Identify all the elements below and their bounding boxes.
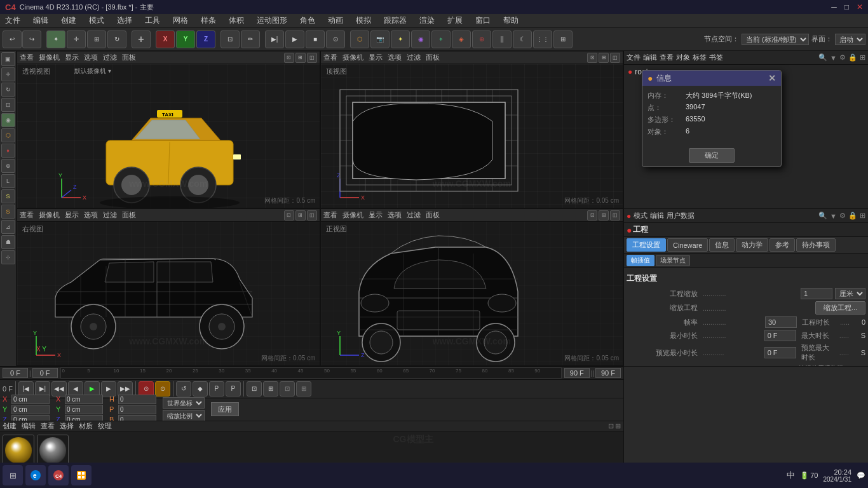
taskbar-edge[interactable]: e	[25, 465, 46, 485]
minimize-btn[interactable]: ─	[831, 3, 837, 11]
vp-br-icon2[interactable]: ⊞	[599, 210, 609, 220]
vp-tl-camera[interactable]: 摄像机	[39, 53, 60, 62]
vp-tl-icon2[interactable]: ⊞	[295, 53, 306, 63]
menu-create[interactable]: 创建	[58, 15, 79, 26]
vp-br-icon1[interactable]: ⊡	[587, 210, 597, 220]
anim-misc1[interactable]: ⊡	[247, 381, 262, 396]
left-icon-9[interactable]: L	[1, 174, 15, 188]
vp-bl-panel[interactable]: 面板	[122, 210, 136, 220]
camera-btn[interactable]: 📷	[370, 30, 390, 48]
menu-render[interactable]: 渲染	[417, 15, 437, 26]
vp-tr-options[interactable]: 选项	[388, 53, 402, 62]
undo-btn[interactable]: ↩	[3, 30, 22, 48]
vp-tr-icon2[interactable]: ⊞	[599, 53, 609, 63]
right-object[interactable]: 对象	[676, 53, 690, 62]
prop-mintime-input[interactable]	[764, 330, 796, 341]
timeline-start-input[interactable]	[32, 368, 58, 378]
menu-mode[interactable]: 模式	[86, 15, 107, 26]
anim-misc3[interactable]: ⊡	[280, 381, 295, 396]
timeline-frame-input[interactable]	[3, 368, 28, 378]
interface-select[interactable]: 启动	[835, 34, 865, 45]
menu-simulate[interactable]: 模拟	[353, 15, 374, 26]
vp-br-camera[interactable]: 摄像机	[342, 210, 363, 220]
left-icon-11[interactable]: S	[1, 205, 15, 219]
menu-tracker[interactable]: 跟踪器	[381, 15, 409, 26]
axis-y-btn[interactable]: Y	[176, 30, 195, 48]
vp-bl-icon2[interactable]: ⊞	[295, 210, 306, 220]
vp-tr-icon3[interactable]: ◫	[610, 53, 620, 63]
prop-scale-unit[interactable]: 厘米	[835, 288, 865, 299]
right-edit[interactable]: 编辑	[643, 53, 657, 62]
mode-label[interactable]: 模式	[634, 211, 648, 220]
grid-btn[interactable]: ⋮⋮	[533, 30, 552, 48]
vp-br-filter[interactable]: 过滤	[407, 210, 421, 220]
select-btn[interactable]: ✦	[46, 30, 65, 48]
coord-y1-input[interactable]	[11, 405, 50, 414]
right-bookmark[interactable]: 书签	[709, 53, 723, 62]
rigging-btn[interactable]: ⊕	[472, 30, 491, 48]
vp-tr-display[interactable]: 显示	[369, 53, 383, 62]
scale-project-btn[interactable]: 缩放工程...	[815, 301, 865, 315]
tab-reference[interactable]: 参考	[770, 238, 795, 252]
anim-misc2[interactable]: ⊞	[263, 381, 278, 396]
vp-bl-camera[interactable]: 摄像机	[39, 210, 60, 220]
viewport-top[interactable]: 查看 摄像机 显示 选项 过滤 面板 ⊡ ⊞ ◫	[320, 51, 624, 208]
vp-bl-display[interactable]: 显示	[65, 210, 79, 220]
vp-tl-display[interactable]: 显示	[65, 53, 79, 62]
axis-x-btn[interactable]: X	[156, 30, 175, 48]
mograph-btn-t[interactable]: ◈	[452, 30, 471, 48]
motion-btn[interactable]: P	[209, 381, 224, 396]
snap-btn[interactable]: ⊡	[220, 30, 240, 48]
coord-y2-input[interactable]	[65, 405, 103, 414]
vp-bl-icon3[interactable]: ◫	[307, 210, 317, 220]
vp-tr-view[interactable]: 查看	[323, 53, 337, 62]
mat-select[interactable]: 选择	[60, 421, 74, 431]
menu-animate[interactable]: 动画	[325, 15, 346, 26]
vp-br-display[interactable]: 显示	[369, 210, 383, 220]
vp-tr-panel[interactable]: 面板	[426, 53, 440, 62]
mat-material[interactable]: 材质	[79, 421, 93, 431]
menu-help[interactable]: 帮助	[501, 15, 521, 26]
start-btn[interactable]: ⊞	[3, 465, 23, 485]
left-icon-6[interactable]: ⬡	[1, 128, 15, 142]
coord-x2-input[interactable]	[65, 395, 103, 404]
vp-tl-panel[interactable]: 面板	[122, 53, 136, 62]
vp-tr-filter[interactable]: 过滤	[407, 53, 421, 62]
vp-bl-options[interactable]: 选项	[84, 210, 98, 220]
misc-btn[interactable]: ☾	[513, 30, 532, 48]
mat-view[interactable]: 查看	[41, 421, 55, 431]
tab-todo[interactable]: 待办事项	[796, 238, 836, 252]
menu-spline[interactable]: 样条	[198, 15, 219, 26]
vp-tl-filter[interactable]: 过滤	[103, 53, 117, 62]
close-btn[interactable]: ✕	[857, 3, 863, 11]
menu-window[interactable]: 窗口	[473, 15, 493, 26]
vp-tl-options[interactable]: 选项	[84, 53, 98, 62]
right-tag[interactable]: 标签	[693, 53, 707, 62]
record-point-btn[interactable]: ⊙	[155, 381, 170, 396]
edit-btn[interactable]: ✏	[241, 30, 260, 48]
prop-fps-input[interactable]	[765, 316, 797, 328]
menu-extend[interactable]: 扩展	[445, 15, 465, 26]
vp-br-panel[interactable]: 面板	[426, 210, 440, 220]
mat-texture[interactable]: 纹理	[98, 421, 112, 431]
prop-preview-min-input[interactable]	[764, 347, 796, 358]
vp-br-icon3[interactable]: ◫	[610, 210, 620, 220]
timeline-track[interactable]: 0 5 10 15 20 25 30 35 40 45 50 55 60 65 …	[60, 367, 562, 379]
left-icon-3[interactable]: ↻	[1, 83, 15, 97]
left-icon-8[interactable]: ⊕	[1, 159, 15, 173]
tab-dynamics[interactable]: 动力学	[736, 238, 768, 252]
subtab-frame[interactable]: 帧插值	[627, 255, 654, 266]
menu-volume[interactable]: 体积	[226, 15, 247, 26]
scale-btn[interactable]: ⊞	[87, 30, 106, 48]
scale-select[interactable]: 缩放比例	[163, 410, 205, 421]
anim-misc4[interactable]: ⊞	[296, 381, 311, 396]
right-file[interactable]: 文件	[627, 53, 641, 62]
menu-mograph[interactable]: 运动图形	[254, 15, 290, 26]
stop-btn[interactable]: ■	[306, 30, 325, 48]
menu-file[interactable]: 文件	[3, 15, 23, 26]
viewport-front[interactable]: 查看 摄像机 显示 选项 过滤 面板 ⊡ ⊞ ◫	[320, 208, 624, 366]
left-icon-2[interactable]: ✛	[1, 67, 15, 81]
tab-info[interactable]: 信息	[709, 238, 735, 252]
timeline-end2-input[interactable]	[595, 368, 621, 378]
vp-tr-camera[interactable]: 摄像机	[342, 53, 363, 62]
